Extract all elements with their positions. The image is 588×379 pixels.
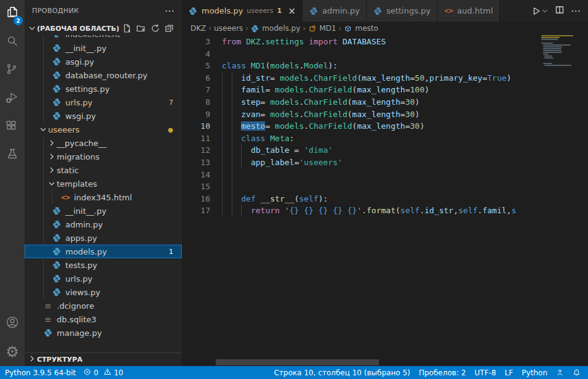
symbol-field-icon (344, 24, 353, 33)
indent-guide (222, 169, 232, 181)
breadcrumb-mesto[interactable]: mesto (344, 24, 378, 33)
python-interpreter-status[interactable]: Python 3.9.5 64-bit (5, 369, 76, 377)
new-folder-icon[interactable] (136, 23, 146, 33)
tree-item-asgi.py[interactable]: asgi.py (25, 55, 182, 68)
feedback-icon[interactable] (556, 369, 564, 377)
tree-item-database_roouter.py[interactable]: database_roouter.py (25, 68, 182, 82)
tree-item-settings.py[interactable]: settings.py (25, 82, 182, 96)
indent-guide (43, 204, 44, 218)
chevron-right-icon (27, 354, 37, 365)
notifications-bell-icon[interactable] (573, 369, 581, 377)
code-line[interactable]: 16def __str__(self): (182, 193, 541, 205)
encoding-status[interactable]: UTF-8 (475, 369, 496, 377)
activity-bar-search[interactable] (0, 28, 25, 57)
split-editor-icon[interactable] (555, 5, 565, 17)
breadcrumb-MD1[interactable]: MD1 (308, 24, 336, 33)
code-line[interactable]: 7famil= models.CharField(max_length=100) (182, 84, 541, 96)
code-line[interactable]: 3from DKZ.settings import DATABASES (182, 36, 541, 48)
tree-item-apps.py[interactable]: apps.py (25, 231, 182, 245)
code-line[interactable]: 9zvan= models.CharField(max_length=30) (182, 108, 541, 121)
tree-item-__init__.py[interactable]: __init__.py (25, 41, 182, 55)
tree-item-wsgi.py[interactable]: wsgi.py (25, 109, 182, 123)
tree-item-label: wsgi.py (65, 112, 96, 121)
tree-item-views.py[interactable]: views.py (25, 285, 182, 299)
tree-item-manage.py[interactable]: manage.py (25, 326, 182, 340)
tree-item-indexelement[interactable]: indexelement (25, 35, 182, 41)
indent-guide (232, 108, 242, 121)
tree-item-tests.py[interactable]: tests.py (25, 258, 182, 272)
tree-folder-migrations[interactable]: migrations (25, 150, 182, 163)
tree-item-admin.py[interactable]: admin.py (25, 218, 182, 231)
tab-settings.py[interactable]: settings.py (367, 0, 438, 22)
status-bar: Python 3.9.5 64-bit 0 10 Строка 10, стол… (0, 366, 588, 379)
breadcrumb-separator-icon: › (338, 24, 341, 33)
chevron-down-icon (38, 124, 48, 134)
activity-bar-testing[interactable] (0, 142, 25, 170)
code-editor[interactable]: 3from DKZ.settings import DATABASES45cla… (182, 35, 588, 366)
editor-more-actions-icon[interactable]: ⋯ (571, 5, 581, 17)
collapse-all-icon[interactable] (165, 23, 174, 33)
breadcrumb-DKZ[interactable]: DKZ (190, 24, 206, 33)
problems-badge: 7 (169, 99, 182, 107)
tab-description: useeers (247, 7, 273, 15)
tab-models.py[interactable]: models.pyuseeers1× (182, 0, 303, 22)
code-line[interactable]: 6id_str= models.CharField(max_length=50,… (182, 72, 541, 84)
activity-bar-settings[interactable]: ⚙ (0, 338, 25, 366)
minimap[interactable] (541, 35, 582, 366)
activity-bar-extensions[interactable] (0, 113, 25, 142)
sidebar-more-actions-icon[interactable]: ⋯ (165, 5, 174, 17)
extensions-icon (5, 119, 20, 136)
breadcrumb-models.py[interactable]: models.py (251, 24, 300, 33)
chevron-down-icon (47, 179, 57, 189)
tree-item-models.py[interactable]: models.py1 (25, 245, 182, 258)
activity-bar-source-control[interactable] (0, 57, 25, 85)
new-file-icon[interactable] (122, 23, 132, 33)
code-line[interactable]: 8step= models.CharField(max_length=30) (182, 96, 541, 108)
code-line[interactable]: 11class Meta: (182, 132, 541, 145)
workspace-section-header[interactable]: (РАБОЧАЯ ОБЛАСТЬ) ... (25, 22, 182, 35)
tree-item-db.sqlite3[interactable]: ≡db.sqlite3 (25, 312, 182, 326)
close-icon[interactable]: × (288, 6, 296, 17)
tree-folder-templates[interactable]: templates (25, 177, 182, 190)
activity-bar-explorer[interactable]: 2 (0, 0, 25, 28)
tree-folder-__pycache__[interactable]: __pycache__ (25, 136, 182, 150)
language-mode-status[interactable]: Python (521, 369, 547, 377)
code-line[interactable]: 12db_table = 'dima' (182, 144, 541, 157)
code-line[interactable]: 13app_label='useeers' (182, 157, 541, 169)
python-file-icon (52, 57, 62, 67)
tree-item-.dcignore[interactable]: ≡.dcignore (25, 299, 182, 312)
eol-status[interactable]: LF (505, 369, 513, 377)
indent-guide (232, 120, 242, 132)
refresh-icon[interactable] (150, 23, 160, 33)
activity-bar-run-debug[interactable] (0, 85, 25, 113)
run-python-file-button[interactable] (531, 6, 549, 16)
horizontal-scrollbar[interactable] (216, 359, 379, 365)
indent-guide (43, 258, 44, 272)
tree-item-label: admin.py (65, 220, 103, 229)
tree-item-label: asgi.py (65, 57, 94, 67)
cursor-position-status[interactable]: Строка 10, столбец 10 (выбрано 5) (274, 369, 410, 377)
tab-aud.html[interactable]: <>aud.html (438, 0, 500, 22)
code-line[interactable]: 17return '{} {} {} {} {}'.format(self.id… (182, 205, 541, 217)
code-line[interactable]: 10mesto= models.CharField(max_length=30) (182, 120, 541, 132)
tree-item-urls.py[interactable]: urls.py7 (25, 96, 182, 109)
indentation-status[interactable]: Пробелов: 2 (419, 369, 465, 377)
file-tree: indexelement__init__.pyasgi.pydatabase_r… (25, 35, 182, 353)
breadcrumb-useeers[interactable]: useeers (214, 24, 243, 33)
code-line[interactable]: 5class MD1(models.Model): (182, 60, 541, 72)
indent-guide (52, 190, 52, 204)
outline-section-header[interactable]: СТРУКТУРА (25, 353, 182, 366)
code-line[interactable]: 15 (182, 181, 541, 193)
tab-admin.py[interactable]: admin.py (303, 0, 367, 22)
minimap-line (543, 52, 561, 53)
problems-status[interactable]: 0 10 (83, 368, 123, 378)
indent-guide (232, 72, 242, 84)
tree-folder-useeers[interactable]: useeers● (25, 123, 182, 136)
activity-bar-account[interactable] (0, 309, 25, 338)
code-line[interactable]: 14 (182, 169, 541, 181)
tree-item-__init__.py[interactable]: __init__.py (25, 204, 182, 218)
tree-folder-static[interactable]: static (25, 163, 182, 177)
tree-item-urls.py[interactable]: urls.py (25, 272, 182, 285)
code-line[interactable]: 4 (182, 48, 541, 60)
tree-item-index345.html[interactable]: <>index345.html (25, 190, 182, 204)
